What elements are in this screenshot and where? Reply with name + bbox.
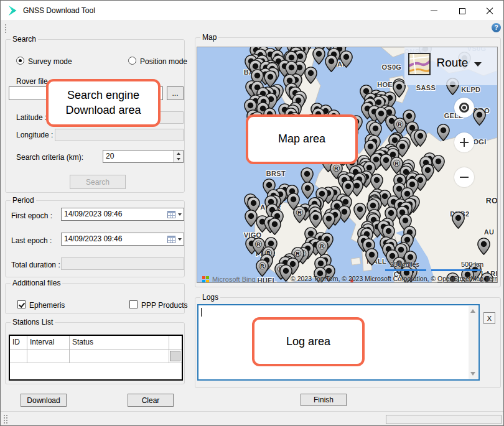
route-panel[interactable]: Route bbox=[404, 47, 497, 85]
search-criteria-label: Search criteria (km): bbox=[16, 153, 83, 162]
station-pin[interactable] bbox=[477, 238, 490, 255]
window-title: GNSS Download Tool bbox=[23, 6, 95, 15]
column-header-id[interactable]: ID bbox=[10, 336, 27, 349]
stations-table[interactable]: ID Interval Status bbox=[9, 335, 183, 381]
station-pin[interactable] bbox=[473, 108, 486, 126]
cell-id[interactable] bbox=[10, 350, 27, 363]
last-epoch-label: Last epoch : bbox=[11, 236, 52, 245]
station-pin[interactable] bbox=[304, 67, 317, 84]
map-station-label: AU bbox=[484, 228, 495, 236]
column-header-extra bbox=[169, 336, 182, 349]
minus-icon bbox=[460, 177, 469, 178]
row-browse-button[interactable] bbox=[170, 351, 180, 361]
station-pin[interactable] bbox=[365, 248, 378, 266]
microsoft-logo-icon bbox=[202, 276, 209, 283]
station-pin[interactable] bbox=[452, 211, 465, 229]
app-window: GNSS Download Tool ? Search Survey mode … bbox=[0, 0, 504, 426]
map-station-label: OGI bbox=[473, 138, 486, 146]
help-button[interactable]: ? bbox=[492, 23, 501, 32]
maximize-icon bbox=[459, 8, 465, 14]
scroll-down-icon[interactable] bbox=[470, 372, 475, 376]
search-criteria-stepper[interactable]: 20 bbox=[103, 150, 184, 163]
station-pin[interactable] bbox=[322, 212, 335, 229]
scale-miles-bar bbox=[385, 269, 426, 271]
total-duration-input[interactable] bbox=[61, 257, 184, 270]
survey-mode-label: Survey mode bbox=[28, 57, 72, 66]
stations-group-label: Stations List bbox=[11, 318, 55, 326]
finish-button[interactable]: Finish bbox=[301, 394, 347, 406]
ephemeris-checkbox[interactable] bbox=[17, 300, 26, 308]
first-epoch-label: First epoch : bbox=[11, 211, 52, 220]
ppp-products-label: PPP Products bbox=[141, 301, 187, 310]
route-label: Route bbox=[437, 56, 469, 70]
station-pin[interactable] bbox=[340, 50, 353, 68]
cell-status[interactable] bbox=[70, 350, 169, 363]
app-icon bbox=[7, 4, 19, 17]
first-epoch-value: 14/09/2023 09:46 bbox=[64, 210, 122, 218]
map-station-label: RO bbox=[486, 197, 498, 205]
search-button[interactable]: Search bbox=[70, 175, 126, 189]
zoom-in-button[interactable] bbox=[454, 132, 474, 152]
spin-down-icon[interactable] bbox=[174, 157, 183, 163]
browse-button[interactable]: ... bbox=[167, 86, 184, 100]
plus-icon bbox=[460, 138, 469, 147]
svg-text:R: R bbox=[320, 243, 324, 249]
station-pin[interactable]: R bbox=[256, 259, 269, 277]
dropdown-arrow-icon[interactable] bbox=[178, 238, 182, 241]
longitude-label: Longitude : bbox=[16, 131, 53, 139]
svg-text:R: R bbox=[296, 251, 301, 257]
download-button[interactable]: Download bbox=[21, 394, 67, 407]
toolstrip-grip[interactable] bbox=[4, 24, 7, 33]
map-attribution[interactable]: © 2023 TomTom, © 2023 Microsoft Corporat… bbox=[291, 275, 498, 282]
column-header-status[interactable]: Status bbox=[70, 336, 169, 349]
last-epoch-picker[interactable]: 14/09/2023 09:46 bbox=[61, 233, 184, 246]
map-station-label: HUEL bbox=[257, 277, 276, 283]
status-bar bbox=[1, 411, 503, 425]
station-pin[interactable] bbox=[309, 211, 322, 228]
bing-label: Microsoft Bing bbox=[212, 276, 256, 283]
scale-km-bar bbox=[431, 269, 481, 271]
statusbar-grip[interactable] bbox=[3, 414, 8, 424]
search-area-annotation: Search engine Download area bbox=[46, 79, 161, 127]
log-area-annotation: Log area bbox=[252, 317, 365, 366]
column-header-interval[interactable]: Interval bbox=[27, 336, 70, 349]
station-pin[interactable]: R bbox=[293, 206, 306, 223]
latitude-label: Latitude : bbox=[16, 113, 47, 122]
locate-icon bbox=[459, 103, 469, 113]
ppp-products-checkbox[interactable] bbox=[129, 300, 138, 308]
cell-interval[interactable] bbox=[27, 350, 70, 363]
survey-mode-radio[interactable] bbox=[16, 57, 24, 65]
station-pin[interactable] bbox=[414, 129, 427, 147]
station-pin[interactable] bbox=[353, 203, 366, 220]
position-mode-radio[interactable] bbox=[128, 57, 136, 65]
bing-logo: Microsoft Bing bbox=[202, 276, 256, 283]
dropdown-arrow-icon[interactable] bbox=[178, 213, 182, 216]
spin-up-icon[interactable] bbox=[174, 150, 183, 157]
scale-km-label: 500 km bbox=[461, 261, 483, 268]
position-mode-label: Position mode bbox=[140, 57, 187, 66]
longitude-input[interactable] bbox=[55, 129, 184, 141]
search-criteria-value: 20 bbox=[106, 152, 114, 160]
close-button[interactable] bbox=[475, 1, 504, 21]
calendar-icon bbox=[167, 236, 175, 243]
station-pin[interactable] bbox=[312, 47, 325, 65]
maximize-button[interactable] bbox=[448, 1, 477, 21]
map-group-label: Map bbox=[200, 33, 218, 42]
table-row[interactable] bbox=[10, 350, 182, 363]
svg-text:R: R bbox=[256, 241, 261, 248]
clear-log-button[interactable]: X bbox=[483, 312, 495, 324]
scroll-up-icon[interactable] bbox=[470, 309, 475, 313]
route-dropdown-icon[interactable] bbox=[474, 62, 482, 67]
station-pin[interactable] bbox=[437, 124, 450, 141]
first-epoch-picker[interactable]: 14/09/2023 09:46 bbox=[61, 208, 184, 221]
station-pin[interactable] bbox=[325, 55, 338, 72]
text-caret bbox=[201, 308, 202, 317]
progress-placeholder bbox=[386, 415, 502, 424]
minimize-button[interactable] bbox=[419, 1, 448, 21]
map-canvas[interactable]: BARRFRAROS0GHOE2SASSKLPDONS4VS0GGELLOGOO… bbox=[197, 47, 498, 283]
station-pin[interactable] bbox=[268, 218, 281, 235]
clear-button[interactable]: Clear bbox=[128, 394, 174, 407]
log-scrollbar[interactable] bbox=[469, 306, 478, 379]
zoom-out-button[interactable] bbox=[454, 167, 474, 187]
locate-button[interactable] bbox=[454, 98, 474, 118]
